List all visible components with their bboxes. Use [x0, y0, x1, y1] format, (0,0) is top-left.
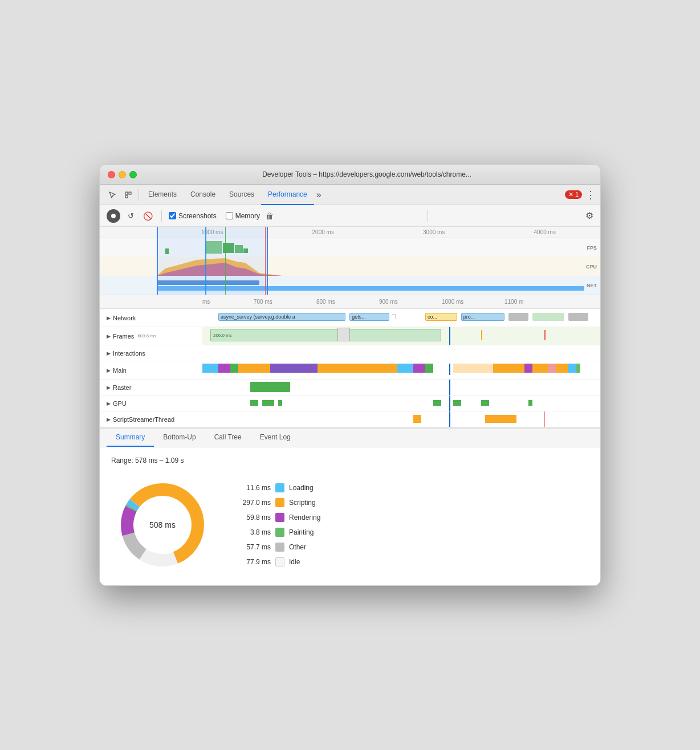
tab-elements[interactable]: Elements: [141, 185, 184, 205]
main-vline-blue: [449, 364, 450, 375]
svg-rect-1: [129, 192, 131, 194]
main-tasks: [202, 364, 600, 375]
frame-block-main[interactable]: 206.0 ms: [210, 329, 441, 341]
scriptstreamer-row-name[interactable]: ▶ ScriptStreamerThread: [100, 416, 202, 423]
memory-checkbox[interactable]: Memory: [226, 212, 260, 220]
tab-sources[interactable]: Sources: [222, 185, 261, 205]
minimize-button[interactable]: [119, 171, 126, 178]
frames-row-name[interactable]: ▶ Frames 603.6 ms: [100, 333, 202, 340]
timeline-overview[interactable]: 1000 ms 2000 ms 3000 ms 4000 ms FPS CPU: [100, 227, 600, 295]
tab-summary[interactable]: Summary: [107, 429, 154, 447]
interactions-row-name[interactable]: ▶ Interactions: [100, 350, 202, 357]
time-900: 900 ms: [379, 299, 442, 305]
network-row[interactable]: ▶ Network async_survey (survey.g.double …: [100, 309, 600, 327]
net-task-co[interactable]: co...: [425, 313, 457, 321]
main-t17: [568, 364, 576, 373]
main-t18: [576, 364, 580, 373]
main-t9: [425, 364, 433, 373]
gpu-label: GPU: [113, 400, 127, 407]
main-t7: [397, 364, 413, 373]
main-row[interactable]: ▶ Main: [100, 361, 600, 380]
main-t1: [202, 364, 218, 373]
net-task-pro[interactable]: pro...: [461, 313, 505, 321]
tab-performance[interactable]: Performance: [261, 185, 314, 205]
clear-button[interactable]: 🚫: [141, 209, 154, 223]
scripting-time: 297.0 ms: [237, 499, 271, 507]
net-connector: [392, 315, 396, 319]
trash-icon[interactable]: 🗑: [266, 211, 274, 221]
legend-loading: 11.6 ms Loading: [237, 483, 320, 492]
idle-color: [275, 557, 284, 566]
screenshots-checkbox[interactable]: Screenshots: [169, 212, 217, 220]
gpu-row-name[interactable]: ▶ GPU: [100, 400, 202, 407]
interactions-label: Interactions: [113, 350, 145, 357]
maximize-button[interactable]: [129, 171, 137, 178]
vline-red: [265, 227, 266, 295]
record-button[interactable]: [107, 209, 120, 223]
inspect-icon[interactable]: [120, 187, 136, 203]
selected-region[interactable]: [157, 227, 268, 295]
vline-blue: [205, 227, 206, 295]
reload-record-button[interactable]: ↺: [124, 209, 137, 223]
devtools-menu-icon[interactable]: ⋮: [585, 189, 596, 201]
net-task-gray3[interactable]: [568, 313, 588, 321]
ss-block2: [485, 415, 517, 423]
cpu-label: CPU: [586, 264, 597, 270]
idle-label: Idle: [289, 558, 300, 566]
net-task-gray1[interactable]: [508, 313, 528, 321]
scriptstreamer-row-content: [202, 411, 600, 427]
legend-other: 57.7 ms Other: [237, 543, 320, 552]
raster-label: Raster: [113, 384, 131, 391]
summary-panel: Range: 578 ms – 1.09 s: [100, 447, 600, 585]
other-time: 57.7 ms: [237, 543, 271, 551]
time-700: 700 ms: [254, 299, 316, 305]
gpu-block4: [433, 400, 441, 406]
main-t15: [548, 364, 556, 373]
frames-row[interactable]: ▶ Frames 603.6 ms 206.0 ms: [100, 327, 600, 345]
frame-mark1: [481, 330, 482, 340]
more-tabs-button[interactable]: »: [316, 190, 321, 200]
tab-console[interactable]: Console: [184, 185, 222, 205]
scriptstreamer-row[interactable]: ▶ ScriptStreamerThread: [100, 411, 600, 427]
tab-event-log[interactable]: Event Log: [251, 429, 300, 447]
gpu-block7: [528, 400, 532, 406]
cursor-icon[interactable]: [104, 187, 120, 203]
loading-color: [275, 483, 284, 492]
timeline-main: ms 700 ms 800 ms 900 ms 1000 ms 1100 m ▶…: [100, 295, 600, 429]
network-row-name[interactable]: ▶ Network: [100, 315, 202, 321]
raster-row-name[interactable]: ▶ Raster: [100, 384, 202, 391]
main-t6: [318, 364, 397, 373]
tab-call-tree[interactable]: Call Tree: [205, 429, 251, 447]
gpu-row[interactable]: ▶ GPU: [100, 396, 600, 411]
raster-row[interactable]: ▶ Raster: [100, 380, 600, 396]
legend-painting: 3.8 ms Painting: [237, 528, 320, 537]
main-row-name[interactable]: ▶ Main: [100, 367, 202, 374]
other-color: [275, 543, 284, 552]
main-t4: [238, 364, 270, 373]
interactions-row-content: [202, 345, 600, 361]
svg-rect-2: [125, 195, 128, 198]
net-task-gray2[interactable]: [532, 313, 564, 321]
net-task-gets[interactable]: gets...: [349, 313, 389, 321]
raster-block1: [250, 382, 290, 392]
traffic-lights: [108, 171, 137, 178]
screenshot-thumb[interactable]: [337, 328, 350, 341]
ruler-mark-3000: 3000 ms: [379, 229, 490, 235]
gpu-block5: [453, 400, 461, 406]
svg-rect-0: [125, 192, 128, 194]
tab-bottom-up[interactable]: Bottom-Up: [154, 429, 205, 447]
network-row-content: async_survey (survey.g.double a gets... …: [202, 309, 600, 327]
gpu-block1: [250, 400, 258, 406]
time-ms: ms: [202, 299, 254, 305]
net-task-async[interactable]: async_survey (survey.g.double a: [218, 313, 345, 321]
main-t2: [218, 364, 230, 373]
interactions-row[interactable]: ▶ Interactions: [100, 345, 600, 361]
main-t3: [230, 364, 238, 373]
time-800: 800 ms: [316, 299, 379, 305]
settings-icon[interactable]: ⚙: [585, 210, 593, 221]
close-button[interactable]: [108, 171, 115, 178]
gpu-vline: [449, 396, 450, 411]
fps-label: FPS: [587, 245, 597, 251]
main-t8: [413, 364, 425, 373]
ss-block1: [413, 415, 421, 423]
